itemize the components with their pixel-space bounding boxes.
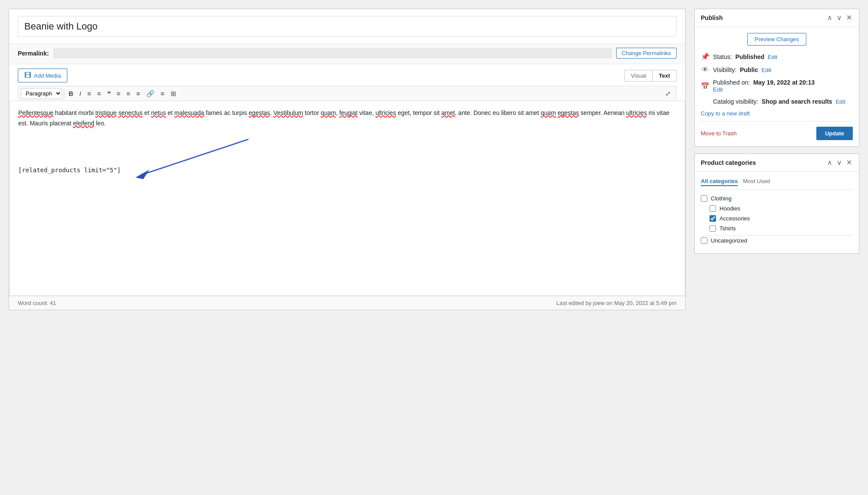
label-uncategorized: Uncategorized (711, 237, 747, 244)
checkbox-hoodies[interactable] (710, 205, 716, 212)
published-on-label: Published on: May 19, 2022 at 20:13 Edit (713, 79, 815, 93)
tab-all-categories[interactable]: All categories (701, 178, 738, 186)
editor-toolbar: 🎞 Add Media Visual Text Paragraph B I ≡ … (9, 64, 685, 101)
add-media-button[interactable]: 🎞 Add Media (18, 69, 67, 82)
update-button[interactable]: Update (816, 127, 853, 140)
toolbar-divider-1 (64, 89, 64, 98)
catalog-visibility-label-text: Catalog visibility: (713, 98, 758, 105)
word-tristique: tristique (95, 109, 116, 116)
status-label-text: Status: (713, 53, 732, 60)
align-center-button[interactable]: ≡ (124, 89, 133, 98)
status-value: Published (735, 53, 764, 60)
category-hoodies: Hoodies (701, 205, 853, 212)
word-quam-1: quam (321, 109, 336, 116)
italic-button[interactable]: I (77, 89, 84, 98)
editor-content-area[interactable]: Pellentesque habitant morbi tristique se… (9, 101, 685, 296)
visibility-value: Public (740, 66, 758, 73)
shortcode-text: [related_products limit="5"] (18, 167, 121, 174)
shortcode-container: [related_products limit="5"] (18, 165, 121, 176)
tab-text[interactable]: Text (652, 70, 677, 82)
post-title-input[interactable] (18, 16, 677, 37)
publish-panel-down[interactable]: ∨ (836, 13, 843, 22)
category-clothing: Clothing (701, 195, 853, 202)
ordered-list-button[interactable]: ≡ (95, 89, 104, 98)
svg-marker-1 (135, 170, 149, 179)
last-edited: Last edited by joew on May 20, 2022 at 5… (556, 300, 677, 306)
published-on-label-text: Published on: (713, 79, 750, 86)
checkbox-tshirts[interactable] (710, 225, 716, 232)
word-vestibulum: Vestibulum (274, 109, 303, 116)
catalog-visibility-label: Catalog visibility: Shop and search resu… (701, 98, 845, 105)
visibility-label: Visibility: Public Edit (713, 66, 771, 73)
visibility-edit-link[interactable]: Edit (762, 67, 771, 73)
status-label: Status: Published Edit (713, 53, 777, 60)
table-button[interactable]: ⊞ (168, 89, 179, 98)
change-permalinks-button[interactable]: Change Permalinks (616, 48, 677, 59)
published-on-edit-link[interactable]: Edit (713, 86, 723, 93)
more-button[interactable]: ≡ (158, 89, 167, 98)
publish-panel: Publish ∧ ∨ ✕ Preview Changes 📌 Status: … (694, 9, 859, 147)
blockquote-button[interactable]: ❝ (105, 89, 113, 98)
checkbox-uncategorized[interactable] (701, 237, 707, 244)
publish-panel-close[interactable]: ✕ (845, 13, 853, 22)
word-egestas-1: egestas (249, 109, 270, 116)
editor-toolbar-row: Paragraph B I ≡ ≡ ❝ ≡ ≡ ≡ 🔗 ≡ ⊞ ⤢ (18, 86, 677, 101)
status-icon: 📌 (701, 52, 710, 61)
checkbox-accessories[interactable] (710, 215, 716, 222)
title-area (9, 9, 685, 44)
publish-actions: Move to Trash Update (701, 121, 853, 140)
visibility-label-text: Visibility: (713, 66, 736, 73)
permalink-url (53, 48, 612, 59)
publish-panel-title: Publish (701, 14, 723, 21)
tab-visual[interactable]: Visual (624, 70, 652, 82)
catalog-visibility-edit-link[interactable]: Edit (835, 98, 845, 105)
align-left-button[interactable]: ≡ (114, 89, 123, 98)
sidebar: Publish ∧ ∨ ✕ Preview Changes 📌 Status: … (694, 9, 859, 261)
category-accessories: Accessories (701, 215, 853, 222)
label-tshirts: Tshirts (719, 225, 736, 232)
product-categories-panel: Product categories ∧ ∨ ✕ All categories … (694, 154, 859, 254)
product-categories-title: Product categories (701, 159, 756, 166)
publish-panel-up[interactable]: ∧ (826, 13, 833, 22)
arrow-annotation-area: [related_products limit="5"] (18, 136, 676, 188)
categories-panel-down[interactable]: ∨ (836, 158, 843, 167)
permalink-bar: Permalink: Change Permalinks (9, 44, 685, 64)
editor-paragraph: Pellentesque habitant morbi tristique se… (18, 108, 676, 129)
visual-text-tabs: Visual Text (624, 70, 677, 82)
unordered-list-button[interactable]: ≡ (85, 89, 94, 98)
align-right-button[interactable]: ≡ (134, 89, 143, 98)
word-netus: netus (151, 109, 166, 116)
preview-changes-button[interactable]: Preview Changes (747, 33, 806, 46)
product-categories-header: Product categories ∧ ∨ ✕ (695, 154, 859, 172)
calendar-icon: 📅 (701, 82, 710, 90)
link-button[interactable]: 🔗 (144, 89, 157, 98)
categories-panel-up[interactable]: ∧ (826, 158, 833, 167)
paragraph-select[interactable]: Paragraph (21, 88, 62, 99)
svg-line-0 (144, 139, 248, 174)
permalink-label: Permalink: (18, 50, 49, 57)
category-tshirts: Tshirts (701, 225, 853, 232)
tab-most-used[interactable]: Most Used (743, 178, 770, 186)
visibility-row: 👁 Visibility: Public Edit (701, 66, 853, 74)
categories-panel-close[interactable]: ✕ (845, 158, 853, 167)
visibility-icon: 👁 (701, 66, 710, 74)
editor-footer: Word count: 41 Last edited by joew on Ma… (9, 296, 685, 310)
catalog-visibility-value: Shop and search results (762, 98, 832, 105)
arrow-svg (18, 136, 253, 184)
published-on-row: 📅 Published on: May 19, 2022 at 20:13 Ed… (701, 79, 853, 93)
media-icon: 🎞 (24, 72, 31, 79)
checkbox-clothing[interactable] (701, 195, 707, 202)
bold-button[interactable]: B (66, 89, 76, 98)
status-edit-link[interactable]: Edit (768, 54, 777, 60)
status-row: 📌 Status: Published Edit (701, 52, 853, 61)
copy-to-draft-link[interactable]: Copy to a new draft (701, 110, 853, 117)
fullscreen-button[interactable]: ⤢ (663, 89, 673, 98)
product-categories-body: All categories Most Used Clothing Hoodie… (695, 172, 859, 253)
word-count: Word count: 41 (18, 300, 56, 306)
word-amet-1: amet (441, 109, 455, 116)
catalog-visibility-row: Catalog visibility: Shop and search resu… (701, 98, 853, 105)
product-categories-controls: ∧ ∨ ✕ (826, 158, 853, 167)
move-to-trash-link[interactable]: Move to Trash (701, 130, 736, 137)
publish-panel-body: Preview Changes 📌 Status: Published Edit… (695, 27, 859, 146)
category-list: Clothing Hoodies Accessories Tshirts (701, 195, 853, 244)
